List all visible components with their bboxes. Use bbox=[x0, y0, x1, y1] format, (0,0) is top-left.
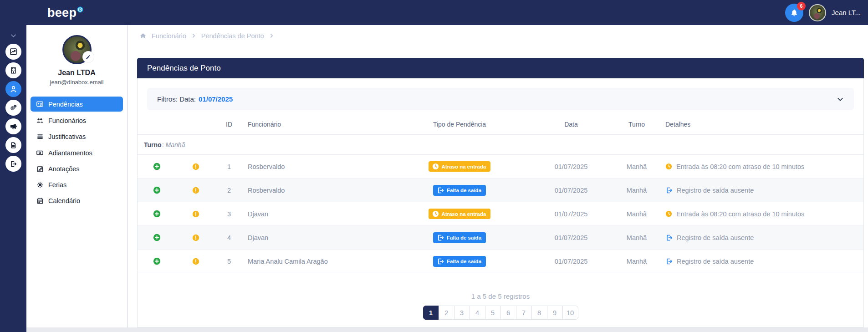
page-button-9[interactable]: 9 bbox=[547, 306, 563, 320]
rail-button-gears[interactable] bbox=[5, 100, 21, 116]
page-button-2[interactable]: 2 bbox=[439, 306, 454, 320]
chevron-down-icon[interactable] bbox=[10, 32, 17, 39]
employee-name: Rosbervaldo bbox=[243, 163, 387, 170]
rail-button-sign-out[interactable] bbox=[5, 156, 21, 172]
list-icon bbox=[36, 133, 44, 140]
pendency-date: 01/07/2025 bbox=[532, 163, 610, 170]
table-row: 5 Maria Analu Camila Aragão Falta de saí… bbox=[138, 250, 863, 273]
home-icon[interactable] bbox=[139, 32, 147, 40]
row-id: 2 bbox=[215, 187, 243, 194]
rail-button-building[interactable] bbox=[5, 62, 21, 78]
row-id: 4 bbox=[215, 234, 243, 241]
sidebar-item-pendencias[interactable]: Pendências bbox=[31, 97, 123, 112]
sign-out-icon bbox=[437, 258, 444, 265]
chevron-right-icon bbox=[269, 33, 274, 38]
pendency-date: 01/07/2025 bbox=[532, 187, 610, 194]
expand-row-button[interactable] bbox=[153, 163, 161, 170]
gears-icon bbox=[10, 104, 17, 112]
sign-out-icon bbox=[437, 187, 444, 194]
details-text: Entrada às 08:20 com atraso de 10 minuto… bbox=[676, 210, 804, 218]
rail-button-chart-line[interactable] bbox=[5, 44, 21, 60]
rail-button-document[interactable] bbox=[5, 137, 21, 153]
sign-out-icon bbox=[665, 258, 673, 265]
topbar: beep 6 Jean LT... bbox=[0, 0, 868, 25]
page-button-7[interactable]: 7 bbox=[516, 306, 532, 320]
table-row: 1 Rosbervaldo Atraso na entrada 01/07/20… bbox=[138, 155, 863, 179]
chevron-down-icon[interactable] bbox=[837, 96, 844, 103]
column-header: Funcionário bbox=[243, 121, 387, 128]
pendency-details: Registro de saída ausente bbox=[664, 258, 863, 265]
icon-rail bbox=[0, 25, 26, 332]
group-value: Manhã bbox=[166, 141, 185, 148]
avatar[interactable] bbox=[809, 4, 826, 21]
user-icon bbox=[10, 85, 17, 93]
profile-email: jean@dinabox.email bbox=[26, 79, 127, 86]
details-text: Registro de saída ausente bbox=[677, 187, 754, 194]
filters-bar[interactable]: Filtros: Data: 01/07/2025 bbox=[147, 88, 854, 110]
page-title: Pendências de Ponto bbox=[147, 64, 221, 73]
exclamation-circle-icon bbox=[192, 210, 199, 218]
expand-row-button[interactable] bbox=[153, 210, 161, 218]
topbar-user-name[interactable]: Jean LT... bbox=[832, 9, 861, 16]
employee-name: Djavan bbox=[243, 210, 387, 218]
group-separator: : bbox=[162, 141, 164, 148]
sidebar-item-calendario[interactable]: Calendário bbox=[31, 194, 123, 208]
sidebar-item-ferias[interactable]: Ferias bbox=[31, 178, 123, 192]
sign-out-icon bbox=[665, 234, 673, 241]
row-id: 3 bbox=[215, 210, 243, 218]
details-text: Entrada às 08:20 com atraso de 10 minuto… bbox=[676, 163, 804, 170]
sidebar-item-justificativas[interactable]: Justificativas bbox=[31, 129, 123, 144]
sign-out-icon bbox=[437, 234, 444, 241]
clock-icon bbox=[665, 210, 672, 217]
sidebar-item-anotacoes[interactable]: Anotações bbox=[31, 162, 123, 176]
expand-row-button[interactable] bbox=[153, 234, 161, 241]
pendency-shift: Manhã bbox=[610, 234, 664, 241]
chevron-right-icon bbox=[191, 33, 196, 38]
sidebar-item-label: Adiantamentos bbox=[48, 149, 92, 157]
exclamation-circle-icon bbox=[192, 258, 199, 265]
profile-section: Jean LTDA jean@dinabox.email bbox=[26, 25, 127, 86]
filter-date-value[interactable]: 01/07/2025 bbox=[199, 95, 233, 103]
page-button-5[interactable]: 5 bbox=[485, 306, 501, 320]
pendency-details: Registro de saída ausente bbox=[664, 234, 863, 241]
pendency-shift: Manhã bbox=[610, 163, 664, 170]
clock-icon bbox=[432, 163, 439, 170]
pendency-details: Entrada às 08:20 com atraso de 10 minuto… bbox=[664, 210, 863, 218]
column-header: Detalhes bbox=[664, 121, 863, 128]
edit-profile-button[interactable] bbox=[83, 51, 94, 62]
clock-mark-icon bbox=[77, 6, 83, 13]
rail-button-megaphone[interactable] bbox=[5, 118, 21, 134]
rail-button-user[interactable] bbox=[5, 81, 21, 97]
sidebar-item-label: Ferias bbox=[48, 181, 66, 189]
expand-row-button[interactable] bbox=[153, 257, 161, 265]
page-button-8[interactable]: 8 bbox=[531, 306, 547, 320]
sidebar-item-label: Funcionários bbox=[48, 117, 86, 124]
pendency-badge: Falta de saída bbox=[433, 256, 486, 267]
breadcrumb-item[interactable]: Pendências de Ponto bbox=[201, 32, 264, 40]
pendency-shift: Manhã bbox=[610, 258, 664, 265]
building-icon bbox=[10, 66, 17, 74]
notifications-button[interactable]: 6 bbox=[785, 4, 803, 22]
sidebar-item-adiantamentos[interactable]: Adiantamentos bbox=[31, 145, 123, 160]
page-button-4[interactable]: 4 bbox=[470, 306, 485, 320]
sidebar-item-label: Anotações bbox=[48, 165, 80, 173]
exclamation-circle-icon bbox=[192, 163, 199, 170]
pendency-badge: Atraso na entrada bbox=[429, 209, 491, 219]
page-button-3[interactable]: 3 bbox=[454, 306, 470, 320]
page-button-1[interactable]: 1 bbox=[423, 306, 439, 320]
table-row: 2 Rosbervaldo Falta de saída 01/07/2025 … bbox=[138, 179, 863, 202]
filters-label: Filtros: Data: bbox=[157, 95, 196, 103]
table-group-row: Turno : Manhã bbox=[138, 135, 863, 155]
breadcrumb-item[interactable]: Funcionário bbox=[152, 32, 186, 40]
expand-row-button[interactable] bbox=[153, 186, 161, 194]
money-icon bbox=[36, 149, 44, 157]
breadcrumb: Funcionário Pendências de Ponto bbox=[128, 25, 868, 40]
employee-name: Djavan bbox=[243, 234, 387, 241]
sidebar-item-funcionarios[interactable]: Funcionários bbox=[31, 113, 123, 128]
page-button-6[interactable]: 6 bbox=[500, 306, 516, 320]
column-header: ID bbox=[215, 121, 243, 128]
pendency-date: 01/07/2025 bbox=[532, 234, 610, 241]
pendency-badge: Falta de saída bbox=[433, 185, 486, 196]
page-button-10[interactable]: 10 bbox=[562, 306, 578, 320]
pendency-date: 01/07/2025 bbox=[532, 258, 610, 265]
